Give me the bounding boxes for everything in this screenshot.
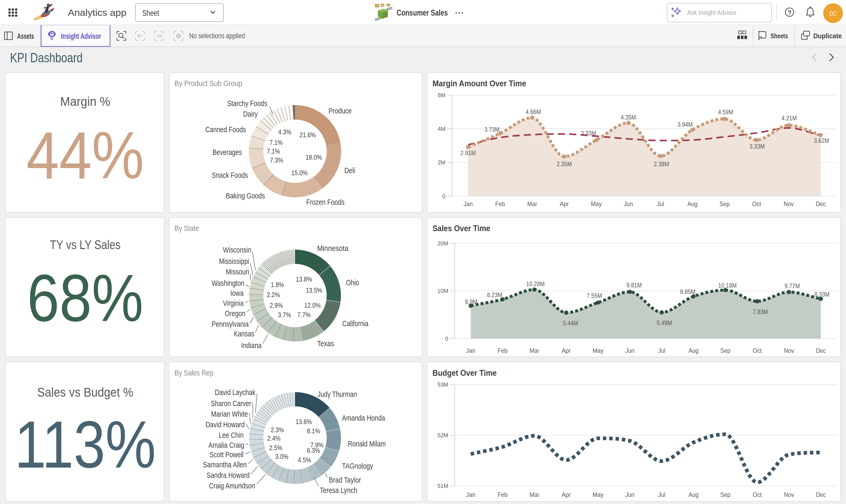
svg-text:15.0%: 15.0% — [291, 169, 308, 177]
svg-text:No selections applied: No selections applied — [189, 32, 245, 40]
svg-text:Mar: Mar — [527, 200, 537, 208]
svg-text:Margin Amount Over Time: Margin Amount Over Time — [432, 79, 526, 88]
svg-text:13.5%: 13.5% — [306, 287, 322, 294]
svg-text:18.0%: 18.0% — [306, 154, 322, 161]
svg-text:Craig Amundson: Craig Amundson — [209, 482, 255, 490]
svg-text:Sep: Sep — [720, 491, 731, 498]
svg-text:Nov: Nov — [784, 347, 794, 354]
svg-text:0: 0 — [445, 336, 448, 342]
svg-text:8.33M: 8.33M — [814, 291, 830, 298]
svg-text:2.9%: 2.9% — [270, 302, 283, 309]
svg-text:Assets: Assets — [17, 32, 34, 40]
svg-text:Ask Insight Advisor: Ask Insight Advisor — [687, 9, 737, 16]
svg-text:Duplicate: Duplicate — [813, 32, 842, 40]
svg-text:2.35M: 2.35M — [557, 160, 572, 167]
svg-text:7.83M: 7.83M — [753, 308, 768, 315]
svg-text:Jun: Jun — [624, 200, 633, 208]
svg-text:DC: DC — [830, 10, 837, 17]
svg-text:Dairy: Dairy — [243, 110, 258, 118]
svg-text:Feb: Feb — [498, 347, 507, 354]
svg-text:113%: 113% — [15, 408, 156, 482]
svg-text:3.33M: 3.33M — [750, 143, 765, 150]
svg-text:Aug: Aug — [688, 491, 699, 498]
svg-text:Oct: Oct — [752, 200, 761, 208]
svg-text:2.38M: 2.38M — [654, 160, 669, 167]
svg-text:Teresa Lynch: Teresa Lynch — [320, 486, 357, 494]
svg-text:Nov: Nov — [784, 200, 794, 208]
svg-text:2.2%: 2.2% — [267, 291, 280, 299]
svg-text:Budget Over Time: Budget Over Time — [432, 368, 497, 378]
svg-text:Jun: Jun — [625, 347, 634, 354]
svg-text:Sep: Sep — [720, 347, 731, 354]
svg-text:Jan: Jan — [463, 200, 473, 208]
svg-text:4.59M: 4.59M — [718, 108, 733, 115]
svg-text:52M: 52M — [437, 432, 448, 438]
svg-text:Apr: Apr — [562, 347, 571, 354]
svg-text:Mar: Mar — [529, 491, 539, 498]
svg-text:8.1%: 8.1% — [307, 427, 320, 435]
svg-text:Jul: Jul — [657, 200, 664, 208]
svg-text:8.23M: 8.23M — [487, 291, 502, 299]
svg-text:13.6%: 13.6% — [295, 418, 312, 425]
svg-text:44%: 44% — [26, 118, 144, 192]
svg-text:By State: By State — [175, 224, 199, 233]
svg-text:5.44M: 5.44M — [563, 320, 578, 327]
svg-text:Apr: Apr — [560, 200, 569, 208]
svg-text:10.18M: 10.18M — [718, 282, 737, 289]
svg-text:13.8%: 13.8% — [296, 275, 312, 283]
svg-text:10M: 10M — [437, 288, 448, 294]
svg-text:21.6%: 21.6% — [300, 131, 316, 139]
svg-text:May: May — [593, 347, 604, 354]
svg-text:Sales vs Budget %: Sales vs Budget % — [37, 385, 133, 399]
svg-text:Washington: Washington — [212, 279, 244, 287]
svg-text:By Sales Rep: By Sales Rep — [175, 368, 214, 377]
svg-text:Dec: Dec — [816, 200, 826, 208]
svg-text:20M: 20M — [437, 240, 448, 247]
svg-text:Mar: Mar — [529, 347, 539, 354]
svg-text:4M: 4M — [438, 126, 446, 132]
svg-text:Minnesota: Minnesota — [317, 244, 348, 253]
svg-text:Produce: Produce — [328, 107, 352, 115]
svg-text:Kansas: Kansas — [234, 329, 254, 338]
svg-text:Missouri: Missouri — [226, 268, 249, 276]
svg-text:4.21M: 4.21M — [781, 114, 797, 122]
svg-text:TY vs LY Sales: TY vs LY Sales — [50, 238, 121, 252]
svg-text:Beverages: Beverages — [212, 148, 242, 157]
svg-text:Starchy Foods: Starchy Foods — [227, 99, 267, 108]
svg-text:6.9M: 6.9M — [465, 298, 478, 305]
svg-text:7.55M: 7.55M — [587, 292, 602, 299]
svg-text:Dec: Dec — [816, 347, 826, 354]
svg-text:Judy Thurman: Judy Thurman — [318, 390, 357, 398]
svg-text:David Laychak: David Laychak — [215, 388, 255, 397]
svg-text:Scott Powell: Scott Powell — [210, 450, 244, 459]
svg-text:Amanda Honda: Amanda Honda — [342, 414, 385, 422]
svg-text:Insight Advisor: Insight Advisor — [61, 32, 101, 40]
svg-text:5.49M: 5.49M — [657, 319, 672, 326]
svg-text:Samantha Allen: Samantha Allen — [203, 461, 247, 469]
svg-text:3.73M: 3.73M — [484, 126, 500, 133]
svg-text:May: May — [593, 491, 604, 498]
svg-text:3.7%: 3.7% — [278, 311, 291, 319]
svg-text:Aug: Aug — [688, 347, 699, 354]
svg-text:Mississippi: Mississippi — [219, 257, 249, 266]
svg-text:3.62M: 3.62M — [814, 137, 829, 144]
svg-text:David Howard: David Howard — [205, 420, 245, 429]
svg-text:?: ? — [788, 9, 791, 16]
svg-text:0: 0 — [442, 193, 446, 199]
svg-text:Virginia: Virginia — [223, 299, 244, 307]
svg-text:Oct: Oct — [753, 491, 761, 498]
svg-text:7.1%: 7.1% — [269, 139, 283, 146]
svg-text:Sheet: Sheet — [142, 8, 159, 18]
svg-text:By Product Sub Group: By Product Sub Group — [175, 79, 242, 88]
svg-text:2.5%: 2.5% — [269, 444, 282, 451]
svg-text:6.3%: 6.3% — [307, 447, 320, 454]
svg-text:9.81M: 9.81M — [627, 282, 642, 289]
svg-text:4.66M: 4.66M — [526, 108, 541, 115]
svg-text:Sharon Carver: Sharon Carver — [211, 399, 251, 408]
svg-text:1.8%: 1.8% — [271, 281, 284, 288]
svg-text:2.91M: 2.91M — [461, 149, 476, 157]
svg-text:Sep: Sep — [720, 200, 730, 208]
svg-text:Canned Foods: Canned Foods — [205, 125, 246, 134]
svg-text:Wisconsin: Wisconsin — [223, 246, 251, 254]
svg-text:2M: 2M — [438, 159, 446, 166]
